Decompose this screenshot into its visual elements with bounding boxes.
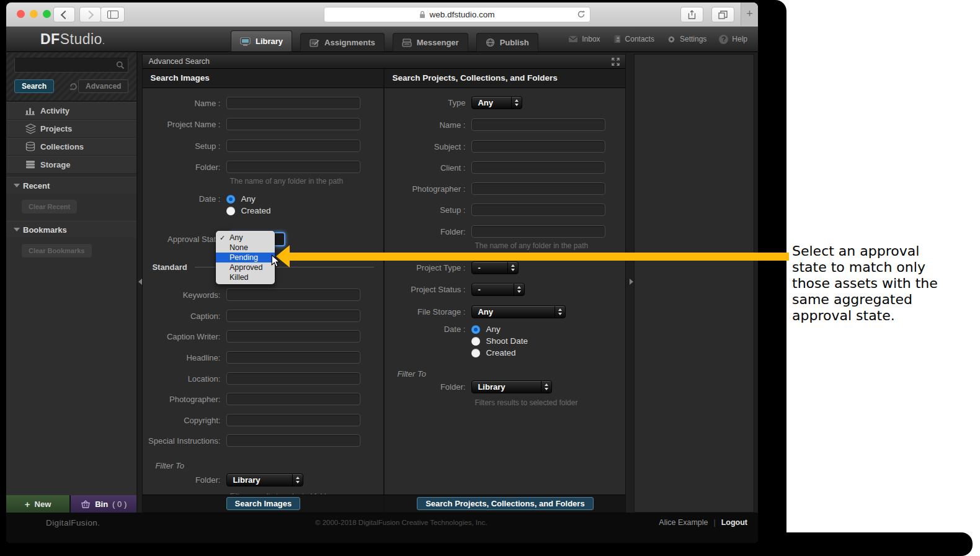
zoom-window-button[interactable] xyxy=(43,10,51,18)
special-instructions-input[interactable] xyxy=(226,434,360,447)
close-window-button[interactable] xyxy=(17,10,25,18)
project-type-select[interactable]: - xyxy=(471,261,519,274)
folder-label: Folder: xyxy=(385,227,471,236)
bookmarks-section-header[interactable]: Bookmarks xyxy=(6,221,136,238)
panel-title: Advanced Search xyxy=(148,57,210,66)
tab-overview-button[interactable] xyxy=(711,7,734,22)
inbox-link[interactable]: Inbox xyxy=(568,35,600,43)
section-title: Bookmarks xyxy=(23,225,67,235)
search-images-button[interactable]: Search Images xyxy=(226,497,301,510)
collections-icon xyxy=(25,141,36,151)
name-input[interactable] xyxy=(226,97,360,109)
folder-input[interactable] xyxy=(226,161,360,173)
address-bar[interactable]: web.dfstudio.com xyxy=(324,7,590,22)
minimize-window-button[interactable] xyxy=(30,10,38,18)
date-option-created[interactable]: Created xyxy=(471,348,528,357)
radio-icon xyxy=(471,337,480,346)
filter-folder-select[interactable]: Library xyxy=(226,473,303,486)
dropdown-option-approved[interactable]: Approved xyxy=(216,262,275,272)
clear-bookmarks-button[interactable]: Clear Bookmarks xyxy=(22,244,92,258)
new-button[interactable]: + New xyxy=(6,495,71,513)
back-button[interactable] xyxy=(53,7,75,22)
headline-input[interactable] xyxy=(226,351,360,364)
date-option-shoot-date[interactable]: Shoot Date xyxy=(471,336,528,346)
keywords-input[interactable] xyxy=(226,289,360,301)
subject-input[interactable] xyxy=(471,140,605,153)
type-select[interactable]: Any xyxy=(471,96,522,109)
settings-link[interactable]: Settings xyxy=(667,35,706,44)
sidebar-item-collections[interactable]: Collections xyxy=(6,138,136,156)
dropdown-option-pending[interactable]: Pending xyxy=(216,253,275,262)
recent-section-header[interactable]: Recent xyxy=(6,177,136,194)
filter-folder-select[interactable]: Library xyxy=(471,380,552,393)
tab-publish[interactable]: Publish xyxy=(476,33,538,52)
bin-button[interactable]: Bin ( 0 ) xyxy=(71,495,136,513)
app-header: DFStudio. Library xyxy=(6,27,758,52)
contacts-link[interactable]: Contacts xyxy=(613,35,654,43)
forward-button[interactable] xyxy=(79,7,101,22)
utility-links: Inbox Contacts xyxy=(568,27,747,52)
tab-library[interactable]: Library xyxy=(231,30,292,52)
setup-input[interactable] xyxy=(471,204,605,216)
tabs-icon xyxy=(718,11,728,19)
advanced-button[interactable]: Advanced xyxy=(78,79,128,93)
location-input[interactable] xyxy=(226,372,360,385)
sidebar-search-area: Search Advanced xyxy=(6,52,136,102)
search-projects-button[interactable]: Search Projects, Collections, and Folder… xyxy=(417,497,593,510)
expand-icon[interactable] xyxy=(612,58,620,66)
filter-folder-label: Folder: xyxy=(385,382,471,392)
share-button[interactable] xyxy=(680,7,703,22)
messenger-icon xyxy=(402,38,412,47)
caption-writer-input[interactable] xyxy=(226,330,360,343)
dropdown-option-any[interactable]: ✓Any xyxy=(216,233,275,243)
sidebar-item-projects[interactable]: Projects xyxy=(6,120,136,138)
project-name-input[interactable] xyxy=(226,118,360,130)
tab-messenger[interactable]: Messenger xyxy=(393,33,468,52)
project-status-select[interactable]: - xyxy=(471,283,525,296)
file-storage-select[interactable]: Any xyxy=(471,305,566,318)
sidebar-item-label: Collections xyxy=(40,142,84,151)
collapse-right-handle[interactable] xyxy=(630,279,633,285)
search-button[interactable]: Search xyxy=(14,79,54,93)
date-option-any[interactable]: Any xyxy=(471,325,528,334)
inbox-icon xyxy=(568,35,578,43)
copyright-input[interactable] xyxy=(226,414,360,426)
location-label: Location: xyxy=(143,374,226,383)
photographer-input[interactable] xyxy=(226,393,360,405)
chevron-down-icon xyxy=(14,184,20,187)
reload-button[interactable] xyxy=(577,10,586,19)
dropdown-option-killed[interactable]: Killed xyxy=(216,272,275,282)
caption-input[interactable] xyxy=(226,310,360,322)
photographer-label: Photographer : xyxy=(385,184,471,194)
forward-icon xyxy=(85,10,94,19)
dfstudio-app: DFStudio. Library xyxy=(6,27,758,543)
sidebar-item-storage[interactable]: Storage xyxy=(6,156,136,174)
sidebar-item-activity[interactable]: Activity xyxy=(6,102,136,120)
photographer-label: Photographer: xyxy=(143,395,226,404)
name-input[interactable] xyxy=(471,119,605,131)
date-option-created[interactable]: Created xyxy=(226,206,270,215)
client-input[interactable] xyxy=(471,161,605,174)
date-option-any[interactable]: Any xyxy=(226,194,270,204)
clear-recent-button[interactable]: Clear Recent xyxy=(22,200,77,213)
tab-assignments[interactable]: Assignments xyxy=(300,33,385,52)
stepper-icon xyxy=(507,262,518,274)
refresh-icon[interactable] xyxy=(69,82,78,91)
setup-input[interactable] xyxy=(226,140,360,152)
photographer-input[interactable] xyxy=(471,182,605,195)
folder-input[interactable] xyxy=(471,225,605,238)
annotation-text: Select an approval state to match only t… xyxy=(792,243,956,324)
sidebar-toggle-button[interactable] xyxy=(100,7,125,22)
logout-link[interactable]: Logout xyxy=(721,518,747,527)
share-icon xyxy=(688,10,696,19)
help-link[interactable]: ? Help xyxy=(719,35,747,44)
contacts-icon xyxy=(613,35,621,43)
plus-icon: + xyxy=(25,499,30,509)
type-label: Type xyxy=(385,98,471,107)
search-input[interactable] xyxy=(15,58,128,72)
advanced-search-panel: Advanced Search Search Images xyxy=(142,54,626,513)
tab-label: Messenger xyxy=(417,38,459,47)
folder-path-hint: The name of any folder in the path xyxy=(474,241,588,250)
dropdown-option-none[interactable]: None xyxy=(216,243,275,253)
new-tab-button[interactable]: + xyxy=(741,2,758,25)
